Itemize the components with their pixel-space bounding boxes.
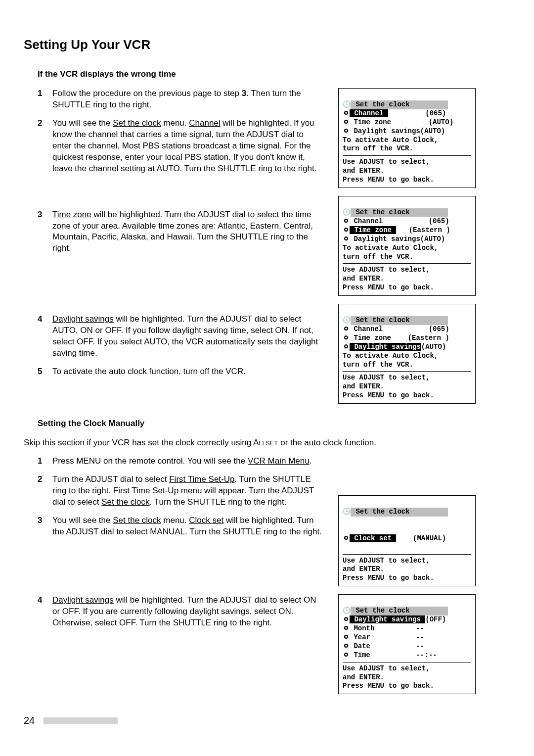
osd-panel-clockset: 🕒 Set the clock ⭘ Clock set (MANUAL) Use… bbox=[338, 495, 476, 586]
footer-bar bbox=[44, 717, 118, 724]
step-number: 1 bbox=[38, 88, 52, 99]
page-number: 24 bbox=[24, 715, 35, 726]
step-text: Time zone will be highlighted. Turn the … bbox=[52, 209, 329, 255]
osd-panel-timezone: 🕒 Set the clock ⭘ Channel (065) ⭘ Time z… bbox=[338, 196, 476, 296]
step-text: You will see the Set the clock menu. Cha… bbox=[52, 118, 329, 175]
step-text: Daylight savings will be highlighted. Tu… bbox=[52, 314, 329, 359]
clock-icon: 🕒 bbox=[343, 508, 351, 516]
step-number: 2 bbox=[38, 474, 52, 485]
section-heading-manual: Setting the Clock Manually bbox=[38, 419, 510, 428]
step-number: 1 bbox=[38, 456, 52, 467]
step-text: Turn the ADJUST dial to select First Tim… bbox=[52, 474, 329, 508]
step-text: Daylight savings will be highlighted. Tu… bbox=[52, 595, 329, 629]
step-number: 2 bbox=[38, 118, 52, 129]
step-number: 4 bbox=[38, 595, 52, 606]
step-text: Press MENU on the remote control. You wi… bbox=[52, 456, 329, 467]
step-text: You will see the Set the clock menu. Clo… bbox=[52, 515, 329, 538]
clock-icon: 🕒 bbox=[343, 209, 351, 216]
section-heading-wrong-time: If the VCR displays the wrong time bbox=[38, 69, 510, 79]
step-number: 4 bbox=[38, 314, 52, 325]
clock-icon: 🕒 bbox=[343, 607, 351, 614]
clock-icon: 🕒 bbox=[343, 317, 351, 324]
step-number: 3 bbox=[38, 209, 52, 221]
clock-icon: 🕒 bbox=[343, 101, 351, 108]
steps-wrong-time: 1 Follow the procedure on the previous p… bbox=[24, 88, 329, 378]
step-text: Follow the procedure on the previous pag… bbox=[52, 88, 329, 111]
osd-panel-channel: 🕒 Set the clock ⭘ Channel (065) ⭘ Time z… bbox=[338, 88, 476, 188]
steps-manual: 1 Press MENU on the remote control. You … bbox=[24, 456, 329, 628]
osd-panel-datefields: 🕒 Set the clock ⭘ Daylight savings (OFF)… bbox=[338, 594, 476, 694]
page-title: Setting Up Your VCR bbox=[24, 37, 510, 52]
step-number: 3 bbox=[38, 515, 52, 526]
page-footer: 24 bbox=[24, 715, 118, 726]
manual-intro: Skip this section if your VCR has set th… bbox=[24, 437, 510, 449]
osd-panel-daylight: 🕒 Set the clock ⭘ Channel (065) ⭘ Time z… bbox=[338, 304, 476, 404]
step-text: To activate the auto clock function, tur… bbox=[52, 366, 329, 378]
step-number: 5 bbox=[38, 366, 52, 378]
